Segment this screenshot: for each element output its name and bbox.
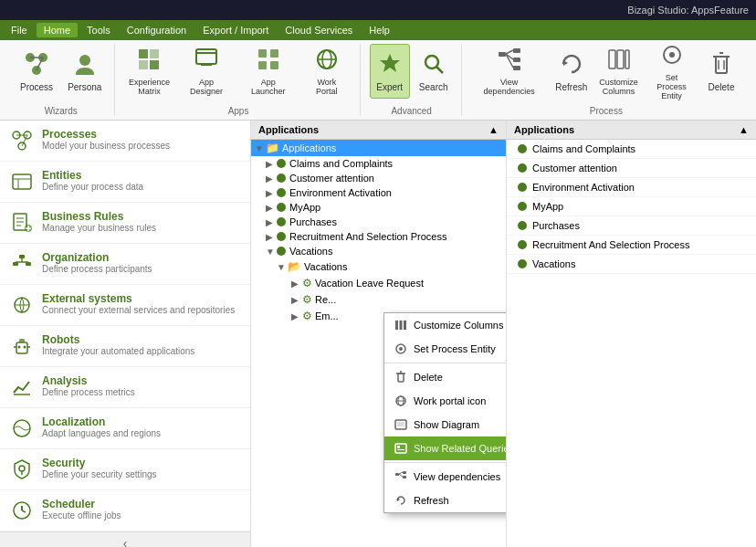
ctx-show-related-queries[interactable]: Show Related Queries xyxy=(384,437,507,460)
sidebar-item-scheduler[interactable]: Scheduler Execute offline jobs xyxy=(0,490,250,531)
ctx-refresh-label: Refresh xyxy=(414,495,449,506)
ribbon-btn-persona[interactable]: Persona xyxy=(62,44,107,99)
menu-configuration[interactable]: Configuration xyxy=(120,23,194,37)
menu-export-import[interactable]: Export / Import xyxy=(195,23,276,37)
ribbon-btn-refresh[interactable]: Refresh xyxy=(551,44,592,99)
organization-text: Organization Define process participants xyxy=(42,251,152,274)
ctx-view-dependencies[interactable]: View dependencies xyxy=(384,465,507,489)
scheduler-text: Scheduler Execute offline jobs xyxy=(42,498,121,521)
entities-icon xyxy=(9,169,35,195)
tree-node-recruitment[interactable]: ▶ Recruitment And Selection Process xyxy=(251,229,506,244)
ctx-refresh[interactable]: Refresh xyxy=(384,489,507,512)
tree-node-vacations-sub[interactable]: ▼ 📂 Vacations xyxy=(251,258,506,275)
ribbon-group-advanced: Expert Search Advanced xyxy=(362,44,462,116)
right-dot-icon xyxy=(518,202,527,211)
ribbon-btn-customize-columns[interactable]: CustomizeColumns xyxy=(595,44,642,99)
work-portal-icon xyxy=(314,47,340,76)
right-item-label: Purchases xyxy=(532,220,580,231)
tree-node-label: Vacation Leave Request xyxy=(315,278,424,289)
sidebar-item-entities[interactable]: Entities Define your process data xyxy=(0,162,250,203)
entities-text: Entities Define your process data xyxy=(42,169,143,192)
svg-rect-81 xyxy=(398,373,404,382)
localization-text: Localization Adapt languages and regions xyxy=(42,416,161,438)
expert-label: Expert xyxy=(376,82,403,92)
tree-node-purchases[interactable]: ▶ Purchases xyxy=(251,215,506,229)
processes-title: Processes xyxy=(42,128,170,141)
context-menu: Customize Columns Set Process Entity xyxy=(383,312,507,513)
tree-collapse-icon[interactable]: ▲ xyxy=(488,124,499,135)
right-dot-icon xyxy=(518,259,527,268)
ctx-queries-icon xyxy=(394,441,408,456)
tree-node-myapp[interactable]: ▶ MyApp xyxy=(251,200,506,215)
tree-header-title: Applications xyxy=(258,124,319,135)
right-dot-icon xyxy=(518,183,527,192)
dot-icon xyxy=(277,217,286,226)
tree-node-re[interactable]: ▶ ⚙ Re... xyxy=(251,291,506,308)
tree-node-applications[interactable]: ▼ 📁 Applications xyxy=(251,140,506,156)
sidebar-item-organization[interactable]: Organization Define process participants xyxy=(0,244,250,285)
right-panel-expand[interactable]: ▲ xyxy=(739,124,749,135)
ctx-show-diagram[interactable]: Show Diagram xyxy=(384,413,507,437)
sidebar-item-processes[interactable]: Processes Model your business processes xyxy=(0,121,250,162)
menu-file[interactable]: File xyxy=(4,23,35,37)
right-item-label: MyApp xyxy=(532,201,563,212)
set-process-entity-label: Set ProcessEntity xyxy=(651,73,692,100)
apps-group-label: Apps xyxy=(124,104,352,116)
sidebar-item-business-rules[interactable]: Business Rules Manage your business rule… xyxy=(0,203,250,244)
ribbon-btn-experience-matrix[interactable]: ExperienceMatrix xyxy=(124,44,173,99)
tree-node-vacations[interactable]: ▼ Vacations xyxy=(251,244,506,258)
ctx-separator1 xyxy=(384,363,507,363)
sidebar-item-analysis[interactable]: Analysis Define process metrics xyxy=(0,367,250,408)
tree-node-label: Claims and Complaints xyxy=(289,158,393,169)
title-bar: Bizagi Studio: AppsFeature xyxy=(0,0,756,20)
menu-cloud-services[interactable]: Cloud Services xyxy=(278,23,360,37)
tree-node-vacation-leave[interactable]: ▶ ⚙ Vacation Leave Request xyxy=(251,275,506,291)
ribbon-btn-app-launcher[interactable]: App Launcher xyxy=(238,44,297,99)
right-item-claims[interactable]: Claims and Complaints xyxy=(507,140,756,159)
menu-home[interactable]: Home xyxy=(37,23,78,37)
right-item-recruitment[interactable]: Recruitment And Selection Process xyxy=(507,236,756,255)
sidebar-item-security[interactable]: Security Define your security settings xyxy=(0,449,250,490)
right-item-myapp[interactable]: MyApp xyxy=(507,197,756,216)
app-designer-icon xyxy=(194,47,219,76)
ribbon-btn-work-portal[interactable]: Work Portal xyxy=(301,44,352,99)
organization-title: Organization xyxy=(42,251,152,264)
delete-label: Delete xyxy=(709,82,735,92)
tree-node-label: Em... xyxy=(315,310,339,321)
tree-node-claims[interactable]: ▶ Claims and Complaints xyxy=(251,156,506,171)
ribbon-btn-view-dependencies[interactable]: View dependencies xyxy=(471,44,548,99)
ribbon-btn-search[interactable]: Search xyxy=(414,44,454,99)
ribbon-btn-set-process-entity[interactable]: Set ProcessEntity xyxy=(646,44,698,99)
right-item-purchases[interactable]: Purchases xyxy=(507,216,756,236)
ribbon-btn-process[interactable]: Process xyxy=(15,44,58,99)
ctx-customize-columns[interactable]: Customize Columns xyxy=(384,313,507,337)
ribbon-btn-delete[interactable]: Delete xyxy=(701,44,741,99)
sidebar-item-robots[interactable]: Robots Integrate your automated applicat… xyxy=(0,326,250,367)
localization-icon xyxy=(9,416,35,441)
menu-help[interactable]: Help xyxy=(362,23,397,37)
right-item-vacations[interactable]: Vacations xyxy=(507,255,756,274)
right-item-customer[interactable]: Customer attention xyxy=(507,159,756,178)
ctx-set-process-entity[interactable]: Set Process Entity xyxy=(384,337,507,361)
expand-icon: ▼ xyxy=(266,247,277,257)
sidebar-item-localization[interactable]: Localization Adapt languages and regions xyxy=(0,408,250,449)
ctx-work-portal-icon[interactable]: Work portal icon xyxy=(384,389,507,413)
sidebar-collapse-button[interactable]: ‹ xyxy=(0,531,250,547)
sidebar-item-external-systems[interactable]: External systems Connect your external s… xyxy=(0,285,250,326)
right-panel-header: Applications ▲ xyxy=(507,121,756,140)
ribbon-btn-app-designer[interactable]: App Designer xyxy=(177,44,235,99)
ribbon-btn-expert[interactable]: Expert xyxy=(370,44,410,99)
svg-rect-77 xyxy=(400,321,403,330)
svg-line-27 xyxy=(506,50,513,54)
tree-node-customer-attention[interactable]: ▶ Customer attention xyxy=(251,171,506,185)
process-icon xyxy=(24,51,49,80)
svg-line-75 xyxy=(22,510,26,512)
right-item-label: Environment Activation xyxy=(532,182,635,193)
menu-tools[interactable]: Tools xyxy=(79,23,118,37)
ctx-delete[interactable]: Delete xyxy=(384,365,507,389)
search-ribbon-icon xyxy=(421,51,446,80)
right-item-environment[interactable]: Environment Activation xyxy=(507,178,756,197)
tree-node-environment[interactable]: ▶ Environment Activation xyxy=(251,185,506,200)
expand-icon: ▼ xyxy=(277,262,288,272)
tree-header: Applications ▲ xyxy=(251,121,506,140)
